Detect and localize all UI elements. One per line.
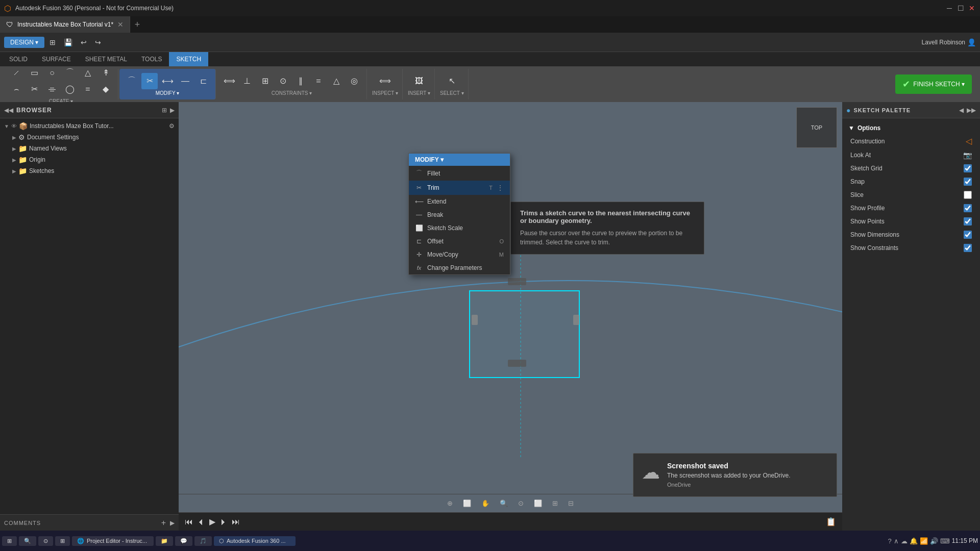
show-profile-checkbox[interactable] [964, 204, 972, 212]
coincident-constraint[interactable]: ⊞ [257, 73, 273, 89]
trim-tool[interactable]: ✂ [141, 73, 158, 89]
tree-visibility[interactable]: 👁 [11, 123, 17, 129]
option-show-profile[interactable]: Show Profile [842, 202, 980, 215]
menu-item-change-params[interactable]: fx Change Parameters [409, 261, 510, 274]
tree-named-views[interactable]: ▶ 📁 Named Views [0, 143, 179, 154]
finish-sketch-button[interactable]: ✔ FINISH SKETCH ▾ [895, 74, 972, 94]
spline-tool[interactable]: ↟ [97, 65, 114, 81]
snap-checkbox[interactable] [964, 178, 972, 186]
extend-tool[interactable]: ⟷ [159, 73, 176, 89]
file-explorer-btn[interactable]: 📁 [156, 536, 173, 546]
timeline-icon[interactable]: 📋 [826, 517, 836, 527]
tab-tools[interactable]: TOOLS [134, 52, 169, 66]
insert-group-label[interactable]: INSERT ▾ [408, 90, 430, 96]
rect-tool[interactable]: ▭ [26, 65, 42, 81]
keyboard-icon[interactable]: ⌨ [940, 537, 950, 545]
look-at-btn[interactable]: ⊙ [514, 498, 528, 509]
tree-origin[interactable]: ▶ 📁 Origin [0, 154, 179, 165]
fit-btn[interactable]: ⬜ [459, 498, 475, 509]
palette-collapse[interactable]: ◀ [959, 107, 964, 114]
view-cube[interactable]: TOP [796, 107, 837, 148]
constraints-group-label[interactable]: CONSTRAINTS ▾ [272, 90, 312, 96]
insert-btn[interactable]: 🖼 [411, 73, 427, 89]
tree-sketches[interactable]: ▶ 📁 Sketches [0, 165, 179, 177]
perp-constraint[interactable]: ⊥ [239, 73, 255, 89]
minimize-button[interactable]: ─ [945, 4, 953, 12]
option-look-at[interactable]: Look At 📷 [842, 148, 980, 162]
file-button[interactable]: 💾 [61, 36, 76, 48]
pan-btn[interactable]: ✋ [477, 498, 494, 509]
show-dimensions-checkbox[interactable] [964, 231, 972, 239]
option-slice[interactable]: Slice [842, 188, 980, 202]
tree-doc-settings[interactable]: ▶ ⚙ Document Settings [0, 132, 179, 143]
media-btn[interactable]: 🎵 [194, 536, 212, 546]
menu-item-break[interactable]: — Break [409, 208, 510, 221]
user-avatar[interactable]: 👤 [967, 38, 976, 46]
equal-constraint[interactable]: = [310, 73, 327, 89]
browser-back[interactable]: ◀◀ [4, 107, 13, 114]
curve-tool[interactable]: ⌯ [44, 81, 60, 97]
browser-collapse[interactable]: ⊞ [162, 107, 167, 114]
option-show-dimensions[interactable]: Show Dimensions [842, 228, 980, 241]
poly-tool[interactable]: △ [80, 65, 96, 81]
play-skip-start[interactable]: ⏮ [185, 517, 193, 527]
play-next[interactable]: ⏵ [219, 517, 228, 527]
network-icon[interactable]: 📶 [920, 537, 928, 545]
tangent-constraint[interactable]: ⊙ [275, 73, 291, 89]
tray-expand-icon[interactable]: ∧ [894, 537, 899, 545]
select-group-label[interactable]: SELECT ▾ [440, 90, 464, 96]
option-construction[interactable]: Construction ◁ [842, 134, 980, 148]
offset-tool[interactable]: ⊏ [195, 73, 211, 89]
fillet-tool[interactable]: ⌒ [124, 73, 140, 89]
menu-item-trim[interactable]: ✂ Trim T ⋮ [409, 181, 510, 195]
onedrive-icon[interactable]: ☁ [901, 537, 908, 545]
task-view-button[interactable]: ⊙ [38, 536, 53, 546]
display-btn[interactable]: ⬜ [530, 498, 546, 509]
conic-tool[interactable]: ⌢ [8, 81, 24, 97]
slot-tool[interactable]: = [80, 81, 96, 97]
search-button[interactable]: 🔍 [19, 536, 36, 546]
env-btn[interactable]: ⊟ [564, 498, 578, 509]
menu-item-move-copy[interactable]: ✛ Move/Copy M [409, 248, 510, 261]
ellipse-tool[interactable]: ◯ [62, 81, 78, 97]
modify-group-label[interactable]: MODIFY ▾ [156, 90, 179, 96]
horiz-constraint[interactable]: ⟺ [221, 73, 237, 89]
volume-icon[interactable]: 🔊 [930, 537, 938, 545]
midpoint-constraint[interactable]: △ [328, 73, 345, 89]
option-show-points[interactable]: Show Points [842, 215, 980, 228]
fit-point-tool[interactable]: ✂ [26, 81, 42, 97]
design-mode-button[interactable]: DESIGN ▾ [4, 37, 44, 48]
tree-root[interactable]: ▼ 👁 📦 Instructables Maze Box Tutor... ⚙ [0, 120, 179, 132]
tree-settings-icon[interactable]: ⚙ [169, 122, 175, 130]
construction-icon[interactable]: ◁ [966, 136, 972, 146]
main-canvas[interactable]: MODIFY ▾ ⌒ Fillet ✂ Trim [179, 102, 842, 512]
tab-sketch[interactable]: SKETCH [169, 52, 208, 66]
inspect-group-label[interactable]: INSPECT ▾ [372, 90, 398, 96]
comments-expand[interactable]: ▶ [170, 519, 175, 527]
camera-btn[interactable]: ⊕ [443, 498, 457, 509]
look-at-icon[interactable]: 📷 [963, 151, 972, 159]
tab-main[interactable]: 🛡 Instructables Maze Box Tutorial v1* ✕ [0, 16, 130, 33]
grid-view-button[interactable]: ⊞ [46, 36, 59, 48]
play-prev[interactable]: ⏴ [197, 517, 205, 527]
browser-expand[interactable]: ▶ [170, 107, 175, 114]
parallel-constraint[interactable]: ∥ [292, 73, 309, 89]
grid-btn[interactable]: ⊞ [548, 498, 562, 509]
inspect-btn[interactable]: ⟺ [377, 73, 393, 89]
play-play[interactable]: ▶ [209, 517, 215, 527]
break-tool[interactable]: — [177, 73, 193, 89]
option-snap[interactable]: Snap [842, 175, 980, 188]
concentric-constraint[interactable]: ◎ [346, 73, 362, 89]
tab-add-button[interactable]: + [130, 16, 144, 33]
palette-expand-right[interactable]: ▶▶ [967, 107, 976, 114]
close-button[interactable]: ✕ [968, 4, 976, 12]
help-icon[interactable]: ? [888, 537, 891, 545]
mail-btn[interactable]: 💬 [175, 536, 192, 546]
windows-btn[interactable]: ⊞ [55, 536, 70, 546]
menu-item-extend[interactable]: ⟵ Extend [409, 195, 510, 208]
redo-button[interactable]: ↪ [92, 36, 104, 48]
trim-more-icon[interactable]: ⋮ [497, 184, 504, 192]
show-points-checkbox[interactable] [964, 217, 972, 226]
project-editor-btn[interactable]: 🌐 Project Editor - Instruc... [72, 536, 154, 546]
line-tool[interactable]: ⟋ [8, 65, 24, 81]
